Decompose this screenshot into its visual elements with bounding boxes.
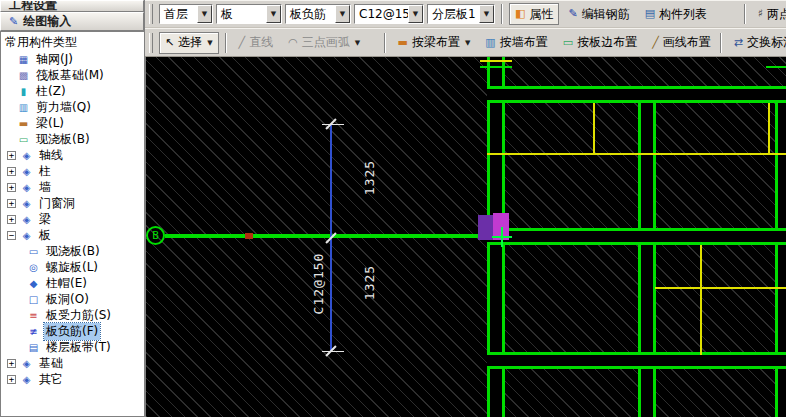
- column-icon: ▮: [17, 85, 30, 98]
- red-node-marker[interactable]: [245, 233, 253, 239]
- item-label: 轴网(J): [34, 51, 75, 68]
- draw-line-place-button[interactable]: ╱ 画线布置: [646, 32, 717, 54]
- dimension-value-bottom: 1325: [362, 253, 377, 313]
- section-node-icon: ◈: [20, 181, 33, 194]
- tab-label: 绘图输入: [23, 13, 71, 30]
- sidebar-item-axis-grid[interactable]: ▦ 轴网(J): [1, 51, 144, 67]
- tree-section-beam[interactable]: + ◈ 梁: [1, 211, 144, 227]
- tree-item-column-cap[interactable]: ◆ 柱帽(E): [1, 275, 144, 291]
- chevron-down-icon[interactable]: ▼: [408, 5, 423, 23]
- yellow-rebar-line-h1[interactable]: [487, 153, 786, 155]
- section-node-icon: ◈: [20, 197, 33, 210]
- sidebar-item-beam[interactable]: ▬ 梁(L): [1, 115, 144, 131]
- tree-section-column[interactable]: + ◈ 柱: [1, 163, 144, 179]
- tree-section-foundation[interactable]: + ◈ 基础: [1, 355, 144, 371]
- sidebar-item-raft-foundation[interactable]: ▩ 筏板基础(M): [1, 67, 144, 83]
- selection-highlight-left[interactable]: [478, 215, 493, 240]
- sidebar-item-cast-slab[interactable]: ▭ 现浇板(B): [1, 131, 144, 147]
- tree-item-slab-negative-rebar[interactable]: ≢ 板负筋(F): [1, 323, 144, 339]
- component-tree[interactable]: 常用构件类型 ▦ 轴网(J) ▩ 筏板基础(M) ▮ 柱(Z) ▥ 剪力墙(Q)…: [0, 31, 144, 417]
- wall-horizontal-bottom[interactable]: [487, 352, 786, 369]
- chevron-down-icon[interactable]: ▼: [197, 5, 212, 23]
- floor-combo[interactable]: 首层 ▼: [159, 4, 213, 24]
- sidebar-item-shear-wall[interactable]: ▥ 剪力墙(Q): [1, 99, 144, 115]
- sidebar-item-column[interactable]: ▮ 柱(Z): [1, 83, 144, 99]
- axis-bubble[interactable]: B: [146, 226, 165, 245]
- attributes-button[interactable]: ◧ 属性: [509, 3, 559, 25]
- toolbar-separator: [225, 33, 227, 53]
- tree-section-other[interactable]: + ◈ 其它: [1, 371, 144, 387]
- tree-item-floor-slab-strip[interactable]: ▤ 楼层板带(T): [1, 339, 144, 355]
- rebar-size-combo[interactable]: C12@150 ▼: [354, 4, 424, 24]
- yellow-rebar-line-h2[interactable]: [655, 287, 786, 289]
- wall-horizontal-top[interactable]: [487, 86, 786, 103]
- section-node-icon: ◈: [20, 373, 33, 386]
- two-point-button[interactable]: ♯ 两点: [752, 3, 786, 25]
- element-combo-value: 板负筋: [286, 6, 335, 23]
- tree-item-spiral-slab[interactable]: ◎ 螺旋板(L): [1, 259, 144, 275]
- swap-annotation-button[interactable]: ⇄ 交换标注: [728, 32, 786, 54]
- beam-axis-line[interactable]: [165, 234, 488, 238]
- section-node-icon: ◈: [20, 357, 33, 370]
- tree-item-cast-slab[interactable]: ▭ 现浇板(B): [1, 243, 144, 259]
- toolbar-separator: [744, 4, 746, 24]
- application-window: 工程设置 ✎ 绘图输入 常用构件类型 ▦ 轴网(J) ▩ 筏板基础(M) ▮ 柱…: [0, 0, 786, 417]
- chevron-down-icon: ▼: [465, 39, 470, 47]
- element-combo[interactable]: 板负筋 ▼: [285, 4, 351, 24]
- tree-section-wall[interactable]: + ◈ 墙: [1, 179, 144, 195]
- tree-section-slab[interactable]: − ◈ 板: [1, 227, 144, 243]
- place-by-beam-button[interactable]: ▬ 按梁布置 ▼: [392, 32, 477, 54]
- tree-item-slab-hole[interactable]: □ 板洞(O): [1, 291, 144, 307]
- section-label: 柱: [37, 163, 53, 180]
- toolbar-element: 首层 ▼ 板 ▼ 板负筋 ▼ C12@150 ▼ 分层板1 ▼ ◧ 属性 ✎ 编…: [145, 0, 786, 28]
- yellow-rebar-line-v3[interactable]: [700, 245, 702, 355]
- by-wall-icon: ▥: [485, 37, 495, 49]
- layer-combo[interactable]: 分层板1 ▼: [427, 4, 495, 24]
- drawing-canvas[interactable]: B C12@150 1325 1325: [145, 57, 786, 417]
- yellow-rebar-line-v2[interactable]: [768, 103, 770, 155]
- section-label: 梁: [37, 211, 53, 228]
- tree-item-slab-main-rebar[interactable]: ≡ 板受力筋(S): [1, 307, 144, 323]
- yellow-rebar-line-v1[interactable]: [593, 103, 595, 155]
- axis-grid-icon: ▦: [17, 53, 30, 66]
- tab-label: 工程设置: [9, 0, 57, 12]
- expand-icon[interactable]: +: [7, 183, 16, 192]
- tree-header: 常用构件类型: [1, 34, 144, 51]
- expand-icon[interactable]: +: [7, 199, 16, 208]
- expand-icon[interactable]: +: [7, 215, 16, 224]
- component-list-button[interactable]: ▤ 构件列表: [639, 3, 713, 25]
- spiral-slab-icon: ◎: [27, 261, 40, 274]
- swap-icon: ⇄: [734, 37, 743, 49]
- expand-icon[interactable]: +: [7, 151, 16, 160]
- chevron-down-icon[interactable]: ▼: [266, 5, 281, 23]
- button-label: 按板边布置: [577, 34, 637, 51]
- section-label: 墙: [37, 179, 53, 196]
- tree-section-door-window[interactable]: + ◈ 门窗洞: [1, 195, 144, 211]
- wall-horizontal-middle[interactable]: [487, 228, 786, 245]
- expand-icon[interactable]: +: [7, 167, 16, 176]
- column-cap-icon: ◆: [27, 277, 40, 290]
- toolbar-grip[interactable]: [149, 4, 153, 24]
- edit-rebar-button[interactable]: ✎ 编辑钢筋: [562, 3, 635, 25]
- three-point-arc-button[interactable]: ◠ 三点画弧 ▼: [282, 32, 366, 54]
- collapse-icon[interactable]: −: [7, 231, 16, 240]
- button-label: 按墙布置: [500, 34, 548, 51]
- tab-draw-input[interactable]: ✎ 绘图输入: [0, 12, 144, 31]
- chevron-down-icon[interactable]: ▼: [335, 5, 350, 23]
- expand-icon[interactable]: +: [7, 375, 16, 384]
- toolbar-grip[interactable]: [149, 33, 153, 53]
- item-label: 筏板基础(M): [34, 67, 106, 84]
- pencil-icon: ✎: [568, 8, 577, 20]
- line-button[interactable]: ╱ 直线: [233, 32, 280, 54]
- place-by-wall-button[interactable]: ▥ 按墙布置: [479, 32, 553, 54]
- section-node-icon: ◈: [20, 213, 33, 226]
- tab-project-settings[interactable]: 工程设置: [0, 0, 144, 12]
- place-by-slab-edge-button[interactable]: ▭ 按板边布置: [557, 32, 643, 54]
- tree-section-axis[interactable]: + ◈ 轴线: [1, 147, 144, 163]
- select-button[interactable]: ↖ 选择 ▼: [159, 32, 219, 54]
- category-combo[interactable]: 板 ▼: [216, 4, 282, 24]
- chevron-down-icon[interactable]: ▼: [479, 5, 494, 23]
- expand-icon[interactable]: +: [7, 359, 16, 368]
- item-label: 剪力墙(Q): [34, 99, 93, 116]
- button-label: 画线布置: [663, 34, 711, 51]
